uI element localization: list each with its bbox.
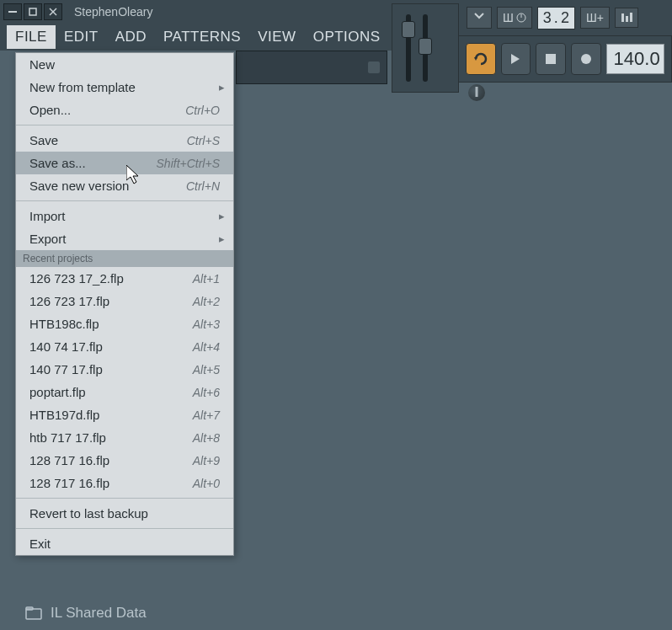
menu-exit[interactable]: Exit xyxy=(16,532,233,555)
menu-label: 140 77 17.flp xyxy=(29,362,193,376)
close-button[interactable] xyxy=(44,3,62,20)
svg-point-12 xyxy=(581,54,591,64)
record-icon xyxy=(580,53,592,65)
recent-project-item[interactable]: 140 74 17.flpAlt+4 xyxy=(16,335,233,358)
svg-rect-7 xyxy=(626,16,628,22)
hint-bar xyxy=(236,51,387,84)
svg-rect-0 xyxy=(8,11,17,13)
menu-view[interactable]: VIEW xyxy=(249,25,304,49)
recent-project-item[interactable]: 128 717 16.flpAlt+9 xyxy=(16,449,233,472)
menu-label: 128 717 16.flp xyxy=(29,453,193,467)
time-signature-display[interactable]: 3.2 xyxy=(537,7,575,29)
menu-shortcut: Alt+0 xyxy=(193,477,220,490)
hint-icon xyxy=(368,61,380,73)
snap-button[interactable] xyxy=(467,7,492,29)
play-icon xyxy=(509,53,521,65)
master-pitch-slider[interactable] xyxy=(423,14,428,82)
menu-open[interactable]: Open... Ctrl+O xyxy=(16,99,233,121)
menu-shortcut: Ctrl+S xyxy=(187,134,220,147)
menu-save-new-version[interactable]: Save new version Ctrl+N xyxy=(16,174,233,197)
menu-label: 128 717 16.flp xyxy=(29,476,193,490)
swing-knob-container xyxy=(468,84,485,101)
svg-rect-8 xyxy=(630,13,632,22)
swing-knob[interactable] xyxy=(468,84,485,101)
recent-project-item[interactable]: HTB198c.flpAlt+3 xyxy=(16,312,233,335)
menu-label: HTB197d.flp xyxy=(29,408,193,422)
folder-icon xyxy=(25,606,42,620)
svg-marker-9 xyxy=(474,57,477,61)
menu-save[interactable]: Save Ctrl+S xyxy=(16,129,233,152)
menu-label: Export xyxy=(29,232,220,246)
close-icon xyxy=(49,8,57,16)
menu-add[interactable]: ADD xyxy=(107,25,155,49)
loop-icon xyxy=(472,51,489,67)
clock-icon xyxy=(516,13,526,23)
stop-icon xyxy=(546,54,556,64)
recent-project-item[interactable]: HTB197d.flpAlt+7 xyxy=(16,403,233,426)
menu-label: Open... xyxy=(29,103,185,117)
menu-import[interactable]: Import ▸ xyxy=(16,205,233,227)
minimize-button[interactable] xyxy=(3,3,22,20)
menu-shortcut: Shift+Ctrl+S xyxy=(157,157,220,170)
menu-shortcut: Alt+4 xyxy=(193,340,220,354)
menu-shortcut: Alt+2 xyxy=(193,295,220,308)
svg-marker-10 xyxy=(511,54,520,64)
menu-label: 140 74 17.flp xyxy=(29,339,193,354)
menu-label: HTB198c.flp xyxy=(29,317,193,331)
stop-button[interactable] xyxy=(536,43,566,75)
recent-project-item[interactable]: 140 77 17.flpAlt+5 xyxy=(16,358,233,381)
metronome-button[interactable]: Ш xyxy=(497,7,532,29)
play-button[interactable] xyxy=(501,43,531,75)
menu-export[interactable]: Export ▸ xyxy=(16,227,233,250)
menu-shortcut: Alt+6 xyxy=(193,386,220,399)
menu-label: New xyxy=(29,57,220,72)
menu-label: Exit xyxy=(29,537,220,551)
pattern-song-toggle[interactable] xyxy=(466,43,496,75)
recent-project-item[interactable]: 128 717 16.flpAlt+0 xyxy=(16,472,233,494)
svg-rect-11 xyxy=(546,54,556,64)
time-sig-den: 2 xyxy=(561,9,569,27)
recent-project-item[interactable]: 126 723 17.flpAlt+2 xyxy=(16,290,233,312)
recent-project-item[interactable]: poptart.flpAlt+6 xyxy=(16,381,233,403)
time-sig-num: 3 xyxy=(543,9,552,27)
bars-icon xyxy=(621,12,632,24)
file-menu-dropdown: New New from template ▸ Open... Ctrl+O S… xyxy=(15,52,234,556)
menu-label: Save xyxy=(29,133,187,147)
submenu-arrow-icon: ▸ xyxy=(219,210,225,222)
recent-project-item[interactable]: 126 723 17_2.flpAlt+1 xyxy=(16,267,233,290)
maximize-icon xyxy=(29,8,37,16)
tempo-display[interactable]: 140.0 xyxy=(606,44,664,74)
slider-thumb[interactable] xyxy=(419,38,432,55)
recent-project-item[interactable]: htb 717 17.flpAlt+8 xyxy=(16,426,233,449)
snap-icon xyxy=(472,11,486,24)
svg-rect-1 xyxy=(29,8,36,15)
menu-new-from-template[interactable]: New from template ▸ xyxy=(16,76,233,99)
extra-toolbar-button[interactable] xyxy=(615,8,638,28)
record-button[interactable] xyxy=(571,43,601,75)
menu-separator xyxy=(16,125,233,125)
pattern-label: Ш+ xyxy=(586,11,604,24)
menu-shortcut: Ctrl+N xyxy=(186,179,220,193)
menu-label: Save as... xyxy=(29,156,157,170)
maximize-button[interactable] xyxy=(24,3,42,20)
menu-options[interactable]: OPTIONS xyxy=(305,25,389,49)
menu-separator xyxy=(16,200,233,201)
menu-edit[interactable]: EDIT xyxy=(56,25,107,49)
pattern-button[interactable]: Ш+ xyxy=(580,7,610,29)
svg-rect-6 xyxy=(621,13,624,22)
menu-file[interactable]: FILE xyxy=(7,25,56,49)
menu-revert[interactable]: Revert to last backup xyxy=(16,502,233,525)
window-title: StephenOleary xyxy=(74,5,152,19)
toolbar-top-strip: Ш 3.2 Ш+ xyxy=(461,0,672,35)
menu-save-as[interactable]: Save as... Shift+Ctrl+S xyxy=(16,152,233,174)
master-volume-slider[interactable] xyxy=(406,14,411,82)
sidebar-shared-data[interactable]: IL Shared Data xyxy=(25,605,147,622)
menu-shortcut: Alt+1 xyxy=(193,272,220,286)
menu-patterns[interactable]: PATTERNS xyxy=(155,25,249,49)
sidebar-label: IL Shared Data xyxy=(51,605,147,622)
transport-panel: 140.0 xyxy=(458,35,672,83)
menu-shortcut: Alt+5 xyxy=(193,363,220,376)
slider-thumb[interactable] xyxy=(402,21,415,38)
menu-label: 126 723 17.flp xyxy=(29,294,193,308)
menu-new[interactable]: New xyxy=(16,53,233,76)
